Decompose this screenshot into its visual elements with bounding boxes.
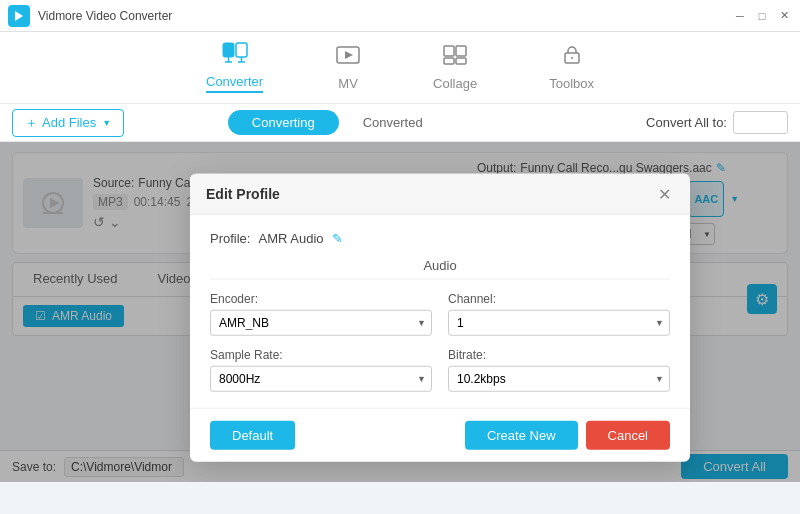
collage-icon [442,44,468,72]
sample-rate-label: Sample Rate: [210,348,432,362]
profile-edit-icon[interactable]: ✎ [332,231,343,246]
bitrate-label: Bitrate: [448,348,670,362]
toolbar: ＋ Add Files ▼ Converting Converted Conve… [0,104,800,142]
create-new-button[interactable]: Create New [465,421,578,450]
encoder-field: Encoder: AMR_NBAMR_WB [210,292,432,336]
profile-label: Profile: [210,231,250,246]
svg-rect-10 [456,46,466,56]
svg-rect-2 [236,43,247,57]
nav-tab-converter-label: Converter [206,74,263,93]
toolbox-icon [559,44,585,72]
modal-section-title: Audio [210,258,670,280]
add-files-label: Add Files [42,115,96,130]
modal-footer: Default Create New Cancel [190,408,690,462]
nav-tab-mv[interactable]: MV [319,36,377,99]
sample-rate-field: Sample Rate: 8000Hz16000Hz [210,348,432,392]
window-controls: ─ □ ✕ [732,8,792,24]
converting-tab[interactable]: Converting [228,110,339,135]
nav-tab-mv-label: MV [338,76,358,91]
app-logo [8,5,30,27]
channel-field: Channel: 12 [448,292,670,336]
plus-icon: ＋ [25,114,38,132]
nav-tab-toolbox-label: Toolbox [549,76,594,91]
bitrate-select[interactable]: 10.2kbps12.2kbps [448,366,670,392]
cancel-button[interactable]: Cancel [586,421,670,450]
svg-rect-9 [444,46,454,56]
convert-all-section: Convert All to: AACMP3MP4 [646,111,788,134]
converting-tabs: Converting Converted [228,110,447,135]
modal-body: Profile: AMR Audio ✎ Audio Encoder: AMR_… [190,215,690,408]
nav-tabs: Converter MV Collage Toolbox [0,32,800,104]
profile-value: AMR Audio [258,231,323,246]
modal-title: Edit Profile [206,186,280,202]
svg-marker-0 [15,11,23,21]
encoder-label: Encoder: [210,292,432,306]
bitrate-field: Bitrate: 10.2kbps12.2kbps [448,348,670,392]
format-select[interactable]: AACMP3MP4 [733,111,788,134]
title-bar: Vidmore Video Converter ─ □ ✕ [0,0,800,32]
modal-profile-row: Profile: AMR Audio ✎ [210,231,670,246]
minimize-button[interactable]: ─ [732,8,748,24]
nav-tab-collage[interactable]: Collage [417,36,493,99]
app-title: Vidmore Video Converter [38,9,732,23]
maximize-button[interactable]: □ [754,8,770,24]
add-files-button[interactable]: ＋ Add Files ▼ [12,109,124,137]
mv-icon [335,44,361,72]
svg-rect-1 [223,43,234,57]
close-button[interactable]: ✕ [776,8,792,24]
converter-icon [222,42,248,70]
svg-marker-8 [345,51,353,59]
modal-fields: Encoder: AMR_NBAMR_WB Channel: 12 [210,292,670,392]
nav-tab-toolbox[interactable]: Toolbox [533,36,610,99]
channel-label: Channel: [448,292,670,306]
nav-tab-collage-label: Collage [433,76,477,91]
nav-tab-converter[interactable]: Converter [190,34,279,101]
encoder-select[interactable]: AMR_NBAMR_WB [210,310,432,336]
svg-rect-11 [444,58,454,64]
convert-all-label: Convert All to: [646,115,727,130]
channel-modal-select[interactable]: 12 [448,310,670,336]
dropdown-arrow-icon: ▼ [102,118,111,128]
svg-rect-12 [456,58,466,64]
converted-tab[interactable]: Converted [339,110,447,135]
main-content: Source: Funny Cal...ggers.mp3 ℹ MP3 00:1… [0,142,800,482]
edit-profile-modal: Edit Profile ✕ Profile: AMR Audio ✎ Audi… [190,174,690,462]
default-button[interactable]: Default [210,421,295,450]
modal-close-button[interactable]: ✕ [654,184,674,204]
sample-rate-select[interactable]: 8000Hz16000Hz [210,366,432,392]
modal-header: Edit Profile ✕ [190,174,690,215]
